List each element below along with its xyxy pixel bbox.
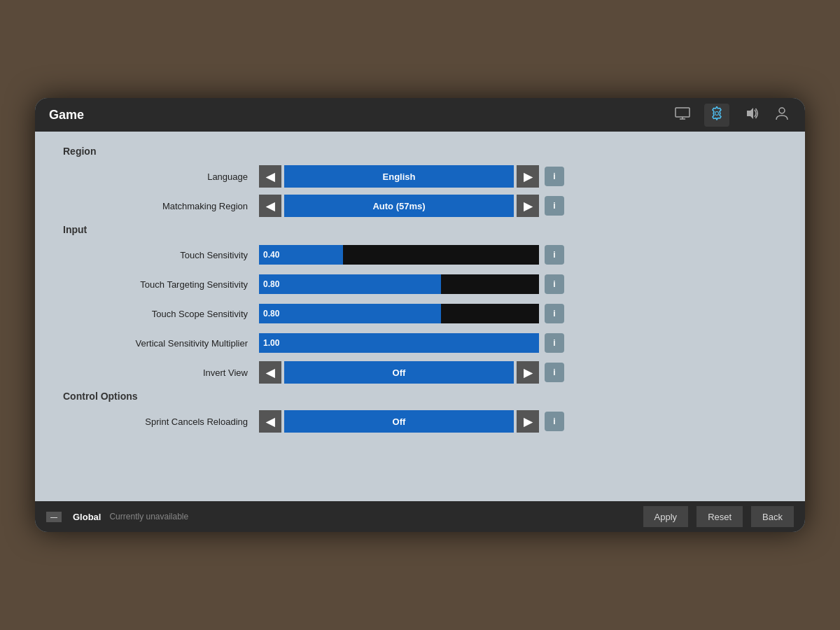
- sprint-cancels-info-button[interactable]: i: [545, 412, 564, 431]
- sprint-cancels-value: Off: [284, 410, 514, 433]
- monitor-icon[interactable]: [672, 104, 693, 126]
- sprint-cancels-row: Sprint Cancels Reloading ◀ Off ▶ i: [63, 410, 777, 433]
- language-label: Language: [63, 172, 259, 182]
- matchmaking-info-button[interactable]: i: [545, 196, 564, 216]
- touch-sensitivity-slider[interactable]: 0.40: [259, 244, 539, 266]
- touch-scope-slider[interactable]: 0.80: [259, 302, 539, 325]
- touch-sensitivity-value: 0.40: [263, 250, 279, 260]
- back-button[interactable]: Back: [751, 506, 794, 527]
- nav-icons-group: [672, 104, 791, 127]
- matchmaking-selector: ◀ Auto (57ms) ▶: [259, 195, 539, 217]
- touch-sensitivity-info-button[interactable]: i: [545, 245, 564, 265]
- matchmaking-label: Matchmaking Region: [63, 201, 259, 211]
- unavailable-text: Currently unavailable: [109, 512, 188, 522]
- vertical-sensitivity-label: Vertical Sensitivity Multiplier: [63, 338, 259, 349]
- vertical-sensitivity-info-button[interactable]: i: [545, 333, 564, 353]
- svg-point-4: [779, 108, 785, 113]
- language-value: English: [284, 165, 514, 188]
- page-title: Game: [49, 108, 672, 122]
- settings-content: Region Language ◀ English ▶ i Matchmakin…: [35, 132, 805, 501]
- sprint-cancels-next-button[interactable]: ▶: [517, 410, 539, 433]
- invert-view-label: Invert View: [63, 368, 259, 378]
- volume-icon[interactable]: [741, 104, 762, 126]
- touch-targeting-label: Touch Targeting Sensitivity: [63, 279, 259, 290]
- language-info-button[interactable]: i: [545, 167, 564, 186]
- touch-scope-value: 0.80: [263, 309, 279, 318]
- touch-scope-row: Touch Scope Sensitivity 0.80 i: [63, 302, 777, 325]
- global-label: Global: [73, 512, 101, 522]
- language-next-button[interactable]: ▶: [517, 165, 539, 188]
- invert-view-selector: ◀ Off ▶: [259, 361, 539, 384]
- svg-rect-0: [676, 108, 690, 117]
- vertical-sensitivity-slider[interactable]: 1.00: [259, 332, 539, 354]
- touch-targeting-info-button[interactable]: i: [545, 274, 564, 294]
- invert-view-row: Invert View ◀ Off ▶ i: [63, 361, 777, 384]
- region-section-title: Region: [63, 146, 777, 157]
- screen: Game: [35, 98, 805, 532]
- apply-button[interactable]: Apply: [643, 506, 689, 527]
- matchmaking-row: Matchmaking Region ◀ Auto (57ms) ▶ i: [63, 195, 777, 217]
- svg-marker-3: [747, 108, 753, 119]
- matchmaking-prev-button[interactable]: ◀: [259, 195, 281, 217]
- touch-scope-info-button[interactable]: i: [545, 304, 564, 323]
- global-indicator: —: [46, 512, 62, 522]
- vertical-sensitivity-value: 1.00: [263, 338, 279, 348]
- sprint-cancels-label: Sprint Cancels Reloading: [63, 416, 259, 427]
- reset-button[interactable]: Reset: [696, 506, 743, 527]
- matchmaking-next-button[interactable]: ▶: [517, 195, 539, 217]
- language-selector: ◀ English ▶: [259, 165, 539, 188]
- control-section-title: Control Options: [63, 391, 777, 402]
- touch-targeting-slider[interactable]: 0.80: [259, 273, 539, 295]
- touch-targeting-row: Touch Targeting Sensitivity 0.80 i: [63, 273, 777, 295]
- language-prev-button[interactable]: ◀: [259, 165, 281, 188]
- matchmaking-value: Auto (57ms): [284, 195, 514, 217]
- gear-icon[interactable]: [704, 104, 729, 127]
- language-row: Language ◀ English ▶ i: [63, 165, 777, 188]
- touch-targeting-value: 0.80: [263, 279, 279, 289]
- invert-view-value: Off: [284, 361, 514, 384]
- sprint-cancels-prev-button[interactable]: ◀: [259, 410, 281, 433]
- bottom-bar: — Global Currently unavailable Apply Res…: [35, 501, 805, 532]
- invert-view-next-button[interactable]: ▶: [517, 361, 539, 384]
- invert-view-prev-button[interactable]: ◀: [259, 361, 281, 384]
- touch-scope-label: Touch Scope Sensitivity: [63, 309, 259, 319]
- invert-view-info-button[interactable]: i: [545, 363, 564, 382]
- touch-sensitivity-label: Touch Sensitivity: [63, 250, 259, 260]
- phone-frame: Game: [35, 98, 805, 532]
- sprint-cancels-selector: ◀ Off ▶: [259, 410, 539, 433]
- user-icon[interactable]: [773, 104, 791, 127]
- input-section-title: Input: [63, 224, 777, 235]
- touch-sensitivity-row: Touch Sensitivity 0.40 i: [63, 244, 777, 266]
- top-nav: Game: [35, 98, 805, 132]
- vertical-sensitivity-row: Vertical Sensitivity Multiplier 1.00 i: [63, 332, 777, 354]
